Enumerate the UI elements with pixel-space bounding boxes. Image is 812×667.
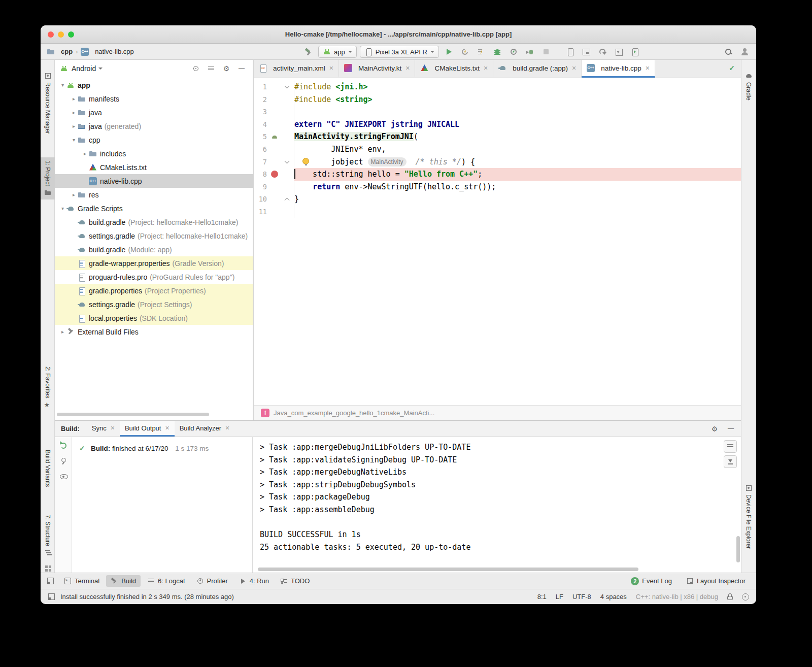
tool-button-device-file-explorer[interactable]: Device File Explorer bbox=[741, 481, 756, 552]
fold-icon[interactable] bbox=[284, 158, 289, 163]
tree-item-java[interactable]: ▸java bbox=[55, 106, 253, 119]
tree-arrow-icon[interactable]: ▾ bbox=[70, 137, 78, 143]
status-item-utf-8[interactable]: UTF-8 bbox=[572, 593, 591, 601]
inspections-ok-icon[interactable]: ✓ bbox=[729, 64, 735, 72]
hide-build-panel-icon[interactable] bbox=[727, 425, 735, 433]
pin-icon[interactable] bbox=[59, 456, 68, 465]
tab-close-icon[interactable]: × bbox=[646, 64, 650, 72]
tool-window-button-4-run[interactable]: 4: Run bbox=[234, 575, 274, 587]
status-item-4-spaces[interactable]: 4 spaces bbox=[600, 593, 627, 601]
toolbar-button-search[interactable] bbox=[722, 46, 735, 58]
tab-close-icon[interactable]: × bbox=[572, 64, 576, 72]
tool-button-gradle[interactable]: Gradle bbox=[741, 69, 756, 104]
build-tab-sync[interactable]: Sync× bbox=[87, 421, 120, 437]
build-settings-gear-icon[interactable] bbox=[710, 425, 719, 433]
build-tab-build-output[interactable]: Build Output× bbox=[120, 421, 175, 437]
toolbar-button-avd-manager[interactable] bbox=[628, 46, 641, 58]
tool-window-button-profiler[interactable]: Profiler bbox=[192, 575, 232, 587]
status-item-8-1[interactable]: 8:1 bbox=[537, 593, 547, 601]
toolbar-button-sync-gradle[interactable] bbox=[596, 46, 609, 58]
toolbar-button-layout-inspector[interactable] bbox=[580, 46, 593, 58]
toolbar-button-profile[interactable] bbox=[507, 46, 520, 58]
collapse-icon[interactable] bbox=[207, 64, 215, 73]
tree-item-native-lib-cpp[interactable]: native-lib.cpp bbox=[55, 174, 253, 188]
toolbar-button-apply-changes[interactable] bbox=[458, 46, 471, 58]
tool-windows-icon[interactable] bbox=[47, 577, 54, 585]
tree-item-cmakelists-txt[interactable]: CMakeLists.txt bbox=[55, 160, 253, 174]
tab-native-lib-cpp[interactable]: native-lib.cpp× bbox=[582, 60, 655, 78]
tool-window-button-build[interactable]: Build bbox=[106, 575, 141, 587]
tab-close-icon[interactable]: × bbox=[225, 424, 229, 432]
breakpoint-icon[interactable] bbox=[271, 171, 278, 178]
code-editor[interactable]: 1#include <jni.h>2#include <string>34ext… bbox=[254, 78, 741, 405]
tab-activity-main-xml[interactable]: activity_main.xml× bbox=[254, 60, 339, 78]
zoom-window-button[interactable] bbox=[68, 31, 74, 38]
tree-item-settings-gradle-project-hellocmake-hello1cmake[interactable]: settings.gradle(Project: hellocmake-Hell… bbox=[55, 229, 253, 243]
tree-item-java-generated[interactable]: ▸java(generated) bbox=[55, 119, 253, 133]
status-item-c-native-lib-x86-debug[interactable]: C++: native-lib | x86 | debug bbox=[636, 593, 718, 601]
tree-arrow-icon[interactable]: ▾ bbox=[59, 206, 66, 211]
fold-icon[interactable] bbox=[284, 84, 289, 89]
tree-item-build-gradle-project-hellocmake-hello1cmake[interactable]: build.gradle(Project: hellocmake-Hello1c… bbox=[55, 215, 253, 229]
toolbar-button-run[interactable] bbox=[442, 46, 455, 58]
tree-item-res[interactable]: ▸res bbox=[55, 188, 253, 202]
tree-item-gradle-scripts[interactable]: ▾Gradle Scripts bbox=[55, 202, 253, 215]
breadcrumb-folder[interactable]: cpp bbox=[61, 48, 73, 55]
restart-build-icon[interactable] bbox=[59, 441, 68, 450]
status-toolwindow-icon[interactable] bbox=[48, 593, 55, 601]
device-select[interactable]: Pixel 3a XL API R bbox=[360, 46, 439, 58]
tree-arrow-icon[interactable]: ▸ bbox=[70, 123, 78, 129]
project-view-selector[interactable]: Android bbox=[72, 64, 96, 73]
tree-arrow-icon[interactable]: ▾ bbox=[59, 82, 66, 88]
tree-item-build-gradle-module-app[interactable]: build.gradle(Module: app) bbox=[55, 243, 253, 256]
filter-warnings-eye-icon[interactable] bbox=[59, 472, 68, 481]
close-window-button[interactable] bbox=[48, 31, 54, 38]
tab-close-icon[interactable]: × bbox=[405, 64, 410, 72]
settings-icon[interactable] bbox=[222, 64, 230, 73]
tab-cmakelists-txt[interactable]: CMakeLists.txt× bbox=[415, 60, 493, 78]
tree-item-manifests[interactable]: ▸manifests bbox=[55, 92, 253, 106]
tool-window-button-6-logcat[interactable]: 6: Logcat bbox=[143, 575, 190, 587]
tree-arrow-icon[interactable]: ▸ bbox=[70, 96, 78, 102]
tab-mainactivity-kt[interactable]: MainActivity.kt× bbox=[339, 60, 415, 78]
tool-button-structure[interactable]: 7: Structure bbox=[41, 512, 55, 559]
hide-icon[interactable] bbox=[238, 64, 246, 73]
tree-item-cpp[interactable]: ▾cpp bbox=[55, 133, 253, 147]
soft-wrap-button[interactable] bbox=[724, 440, 737, 453]
lock-icon[interactable] bbox=[727, 596, 733, 600]
project-horizontal-scrollbar[interactable] bbox=[57, 413, 209, 416]
jni-method-icon[interactable] bbox=[272, 134, 278, 140]
tree-item-gradle-wrapper-properties-gradle-version[interactable]: gradle-wrapper.properties(Gradle Version… bbox=[55, 256, 253, 270]
breadcrumb-file[interactable]: native-lib.cpp bbox=[95, 48, 134, 55]
tool-button-resource-manager[interactable]: Resource Manager bbox=[41, 69, 55, 137]
console-horizontal-scrollbar[interactable] bbox=[258, 568, 638, 571]
tool-window-button-layout-inspector[interactable]: Layout Inspector bbox=[682, 575, 750, 587]
tab-build-gradle-app[interactable]: build.gradle (:app)× bbox=[493, 60, 582, 78]
toolbar-button-sdk-manager[interactable] bbox=[612, 46, 625, 58]
tab-close-icon[interactable]: × bbox=[111, 424, 115, 432]
tree-item-external-build-files[interactable]: ▸External Build Files bbox=[55, 325, 253, 339]
build-tab-build-analyzer[interactable]: Build Analyzer× bbox=[175, 421, 235, 437]
tree-item-proguard-rules-pro-proguard-rules-for-app[interactable]: proguard-rules.pro(ProGuard Rules for "a… bbox=[55, 270, 253, 284]
tree-arrow-icon[interactable]: ▸ bbox=[59, 329, 66, 335]
function-breadcrumb[interactable]: Java_com_example_google_hello_1cmake_Mai… bbox=[274, 409, 434, 417]
tool-window-switcher[interactable] bbox=[41, 561, 55, 575]
tool-button-build-variants[interactable]: Build Variants bbox=[41, 447, 55, 490]
tool-window-button-event-log[interactable]: 2Event Log bbox=[626, 575, 676, 587]
tree-arrow-icon[interactable]: ▸ bbox=[81, 151, 89, 156]
tool-button-favorites[interactable]: 2: Favorites ★ bbox=[41, 363, 55, 412]
tree-item-app[interactable]: ▾app bbox=[55, 78, 253, 92]
tab-close-icon[interactable]: × bbox=[484, 64, 488, 72]
tree-item-settings-gradle-project-settings[interactable]: settings.gradle(Project Settings) bbox=[55, 297, 253, 311]
tree-item-includes[interactable]: ▸includes bbox=[55, 147, 253, 160]
toolbar-button-avatar[interactable] bbox=[738, 46, 751, 58]
tree-arrow-icon[interactable]: ▸ bbox=[70, 192, 78, 197]
gradle-daemon-icon[interactable] bbox=[742, 593, 749, 601]
intention-bulb-icon[interactable] bbox=[302, 158, 309, 164]
status-item-lf[interactable]: LF bbox=[556, 593, 563, 601]
tree-item-gradle-properties-project-properties[interactable]: gradle.properties(Project Properties) bbox=[55, 284, 253, 297]
tool-window-button-terminal[interactable]: Terminal bbox=[59, 575, 104, 587]
fold-icon[interactable] bbox=[284, 197, 289, 203]
minimize-window-button[interactable] bbox=[58, 31, 64, 38]
scroll-to-end-button[interactable] bbox=[724, 455, 737, 468]
